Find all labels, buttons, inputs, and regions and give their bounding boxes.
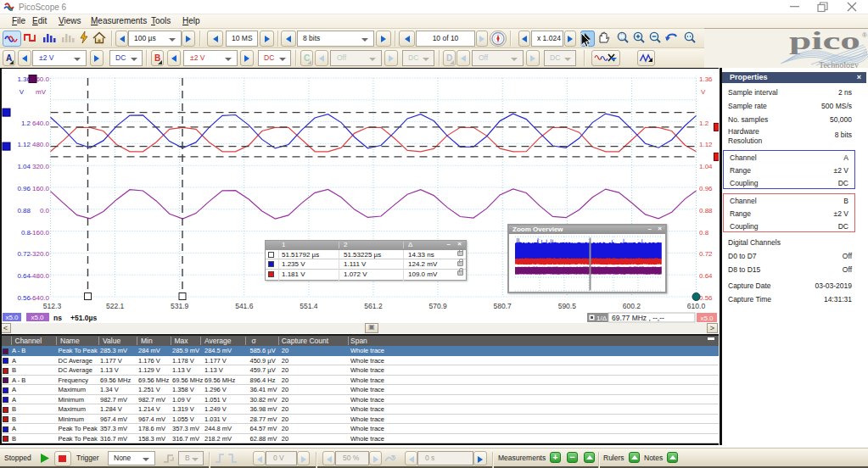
svg-text:1/Δ: 1/Δ	[596, 315, 608, 322]
svg-text:541.6: 541.6	[235, 302, 254, 310]
svg-text:480.0: 480.0	[32, 141, 50, 148]
svg-text:+51.0µs: +51.0µs	[70, 314, 97, 322]
svg-text:0.88: 0.88	[17, 207, 31, 214]
svg-text:0.72: 0.72	[699, 250, 713, 258]
svg-text:x5.0: x5.0	[31, 314, 44, 321]
svg-text:69.77 MHz , --,--: 69.77 MHz , --,--	[612, 314, 664, 322]
svg-text:600.2: 600.2	[623, 302, 641, 310]
svg-text:512.3: 512.3	[43, 302, 62, 310]
svg-text:mV: mV	[36, 88, 47, 96]
svg-text:1.04: 1.04	[699, 163, 713, 170]
svg-text:1.36: 1.36	[699, 75, 713, 83]
svg-text:0.8: 0.8	[699, 229, 709, 237]
svg-text:1.12: 1.12	[17, 141, 31, 148]
svg-text:V: V	[701, 88, 706, 96]
svg-text:610.0: 610.0	[687, 302, 706, 310]
svg-text:1.2: 1.2	[699, 120, 709, 127]
svg-text:-160.0: -160.0	[30, 229, 49, 237]
svg-text:561.2: 561.2	[364, 302, 383, 310]
svg-text:551.4: 551.4	[300, 302, 318, 310]
svg-text:160.0: 160.0	[32, 185, 50, 192]
svg-text:1.12: 1.12	[699, 141, 713, 148]
svg-text:320.0: 320.0	[32, 163, 50, 170]
svg-text:590.5: 590.5	[558, 302, 577, 310]
svg-text:0.72: 0.72	[17, 250, 31, 258]
svg-text:0.96: 0.96	[699, 185, 713, 192]
svg-text:0.56: 0.56	[699, 294, 713, 302]
svg-text:0.64: 0.64	[699, 272, 713, 280]
svg-text:x5.0: x5.0	[5, 314, 19, 321]
svg-text:1.04: 1.04	[17, 163, 31, 170]
svg-text:®: ®	[862, 31, 867, 39]
svg-text:ns: ns	[53, 314, 62, 322]
svg-text:531.9: 531.9	[171, 302, 189, 310]
svg-text:V: V	[20, 88, 25, 96]
svg-text:-480.0: -480.0	[30, 272, 49, 280]
svg-text:1.2: 1.2	[21, 120, 31, 127]
svg-text:-320.0: -320.0	[30, 250, 49, 258]
svg-text:x5.0: x5.0	[700, 315, 714, 322]
svg-text:640.0: 640.0	[32, 120, 50, 127]
svg-text:570.9: 570.9	[428, 302, 447, 310]
svg-text:0.64: 0.64	[17, 272, 31, 280]
svg-text:522.1: 522.1	[106, 302, 125, 310]
svg-text:580.7: 580.7	[494, 302, 512, 310]
svg-text:-640.0: -640.0	[30, 294, 49, 302]
svg-text:0.56: 0.56	[17, 294, 31, 302]
svg-text:0.96: 0.96	[17, 185, 31, 192]
svg-text:0.0: 0.0	[40, 207, 50, 214]
svg-text:0.88: 0.88	[699, 207, 713, 214]
